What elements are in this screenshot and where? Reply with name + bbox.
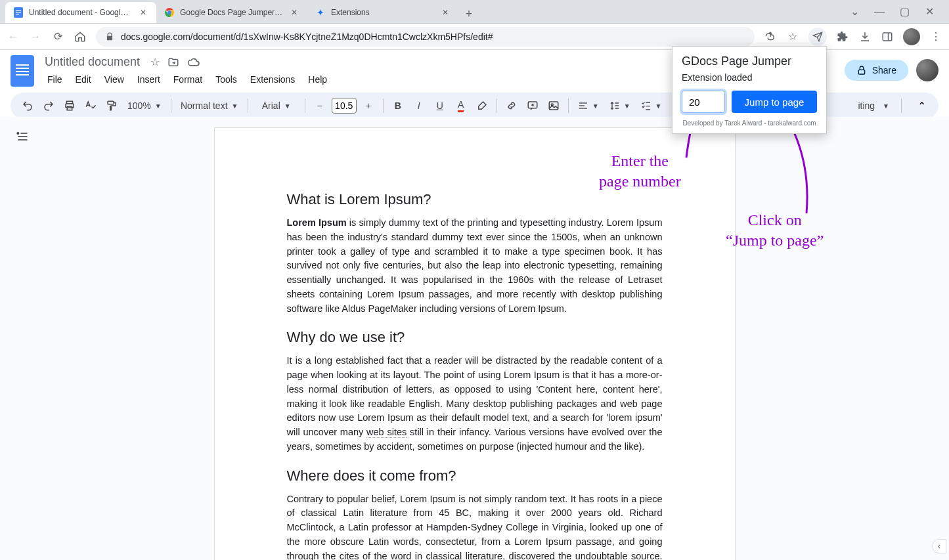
heading-2: Why do we use it? <box>287 329 663 346</box>
align-select[interactable]: ▼ <box>574 97 603 115</box>
url-input[interactable]: docs.google.com/document/d/1sXwInw-Ks8KY… <box>96 27 755 47</box>
italic-icon[interactable]: I <box>410 97 428 115</box>
share-label: Share <box>872 65 896 75</box>
zoom-select[interactable]: 100%▼ <box>123 97 166 115</box>
chevron-down-icon[interactable]: ⌄ <box>848 5 861 18</box>
sidepanel-icon[interactable] <box>881 30 894 43</box>
chevron-down-icon: ▼ <box>284 102 291 110</box>
home-icon[interactable] <box>74 30 87 43</box>
minimize-icon[interactable]: — <box>873 6 886 18</box>
cloud-saved-icon[interactable] <box>187 57 200 68</box>
browser-tab-0[interactable]: Untitled document - Google Doc ✕ <box>5 2 156 23</box>
extension-footer: Developed by Tarek Alward - tarekalward.… <box>682 119 817 127</box>
page-number-input[interactable] <box>682 91 725 113</box>
tab-title: Untitled document - Google Doc <box>29 8 133 17</box>
close-window-icon[interactable]: ✕ <box>923 5 936 18</box>
svg-rect-1 <box>16 10 21 11</box>
insert-link-icon[interactable] <box>502 97 521 115</box>
editing-mode-select[interactable]: iting ▼ <box>851 100 896 111</box>
bold-icon[interactable]: B <box>389 97 407 115</box>
highlight-icon[interactable] <box>473 97 491 115</box>
redo-icon[interactable] <box>39 97 58 115</box>
back-icon[interactable]: ← <box>7 30 20 43</box>
svg-rect-7 <box>883 33 892 41</box>
font-size-input[interactable] <box>332 98 357 114</box>
extensions-puzzle-icon[interactable] <box>836 30 849 43</box>
extension-title: GDocs Page Jumper <box>682 54 817 68</box>
heading-1: What is Lorem Ipsum? <box>287 191 663 208</box>
paint-format-icon[interactable] <box>102 97 121 115</box>
new-tab-button[interactable]: + <box>460 5 478 23</box>
bookmark-star-icon[interactable]: ☆ <box>786 30 799 43</box>
star-icon[interactable]: ☆ <box>150 56 160 68</box>
move-folder-icon[interactable] <box>167 56 179 68</box>
lock-icon <box>856 65 867 75</box>
webstore-favicon-icon <box>164 7 175 18</box>
menu-insert[interactable]: Insert <box>132 72 166 87</box>
page-1[interactable]: What is Lorem Ipsum? Lorem Ipsum is simp… <box>214 127 736 560</box>
text-color-icon[interactable]: A <box>452 97 470 115</box>
checklist-icon[interactable]: ▼ <box>637 97 666 115</box>
browser-tab-2[interactable]: ✦ Extensions ✕ <box>307 2 458 23</box>
underline-icon[interactable]: U <box>431 97 449 115</box>
close-icon[interactable]: ✕ <box>289 7 299 18</box>
kebab-menu-icon[interactable]: ⋮ <box>929 30 942 43</box>
increase-font-icon[interactable]: + <box>359 97 378 115</box>
browser-tab-1[interactable]: Google Docs Page Jumper - Chro ✕ <box>156 2 307 23</box>
menu-view[interactable]: View <box>99 72 129 87</box>
paragraph-3: Contrary to popular belief, Lorem Ipsum … <box>287 492 663 561</box>
decrease-font-icon[interactable]: − <box>311 97 329 115</box>
reload-icon[interactable]: ⟳ <box>51 30 64 43</box>
menu-tools[interactable]: Tools <box>210 72 242 87</box>
menu-edit[interactable]: Edit <box>70 72 97 87</box>
menu-file[interactable]: File <box>42 72 68 87</box>
menu-format[interactable]: Format <box>168 72 208 87</box>
menu-help[interactable]: Help <box>303 72 332 87</box>
svg-rect-3 <box>16 14 19 14</box>
font-select[interactable]: Arial▼ <box>254 97 299 115</box>
svg-rect-2 <box>16 12 21 12</box>
share-page-icon[interactable] <box>764 30 777 43</box>
extensions-favicon-icon: ✦ <box>315 7 326 18</box>
insert-image-icon[interactable] <box>544 97 563 115</box>
print-icon[interactable] <box>60 97 79 115</box>
style-select[interactable]: Normal text▼ <box>177 97 242 115</box>
spellcheck-icon[interactable] <box>81 97 100 115</box>
tab-title: Extensions <box>331 8 435 17</box>
document-title[interactable]: Untitled document <box>42 54 143 70</box>
svg-point-26 <box>17 133 19 135</box>
maximize-icon[interactable]: ▢ <box>898 5 911 18</box>
close-icon[interactable]: ✕ <box>138 7 148 18</box>
docs-logo-icon[interactable] <box>11 55 34 87</box>
window-controls: ⌄ — ▢ ✕ <box>848 0 944 23</box>
tab-title: Google Docs Page Jumper - Chro <box>180 8 284 17</box>
user-avatar[interactable] <box>916 59 938 81</box>
insert-comment-icon[interactable] <box>523 97 542 115</box>
jump-to-page-button[interactable]: Jump to page <box>732 91 817 113</box>
paragraph-1: Lorem Ipsum is simply dummy text of the … <box>287 216 663 316</box>
send-icon[interactable] <box>808 28 827 46</box>
extension-status: Extension loaded <box>682 72 817 83</box>
docs-favicon-icon <box>13 7 24 18</box>
svg-rect-13 <box>108 101 114 104</box>
undo-icon[interactable] <box>18 97 37 115</box>
outline-toggle-icon[interactable] <box>16 130 32 146</box>
menu-extensions[interactable]: Extensions <box>245 72 300 87</box>
heading-3: Where does it come from? <box>287 467 663 485</box>
paragraph-2: It is a long established fact that a rea… <box>287 354 663 454</box>
chevron-down-icon: ▼ <box>155 102 162 110</box>
line-spacing-icon[interactable]: ▼ <box>606 97 634 115</box>
expand-sidepanel-icon[interactable]: ‹ <box>932 539 946 553</box>
document-canvas: What is Lorem Ipsum? Lorem Ipsum is simp… <box>0 117 949 560</box>
svg-point-6 <box>168 11 171 14</box>
browser-tab-strip: Untitled document - Google Doc ✕ Google … <box>0 0 949 24</box>
share-button[interactable]: Share <box>845 60 908 81</box>
chevron-down-icon: ▼ <box>232 102 238 110</box>
svg-rect-15 <box>549 102 558 110</box>
profile-avatar-icon[interactable] <box>903 28 920 45</box>
download-icon[interactable] <box>858 30 872 43</box>
collapse-toolbar-icon[interactable]: ⌃ <box>912 97 931 115</box>
close-icon[interactable]: ✕ <box>440 7 451 18</box>
svg-rect-9 <box>858 70 864 74</box>
forward-icon[interactable]: → <box>29 30 42 43</box>
